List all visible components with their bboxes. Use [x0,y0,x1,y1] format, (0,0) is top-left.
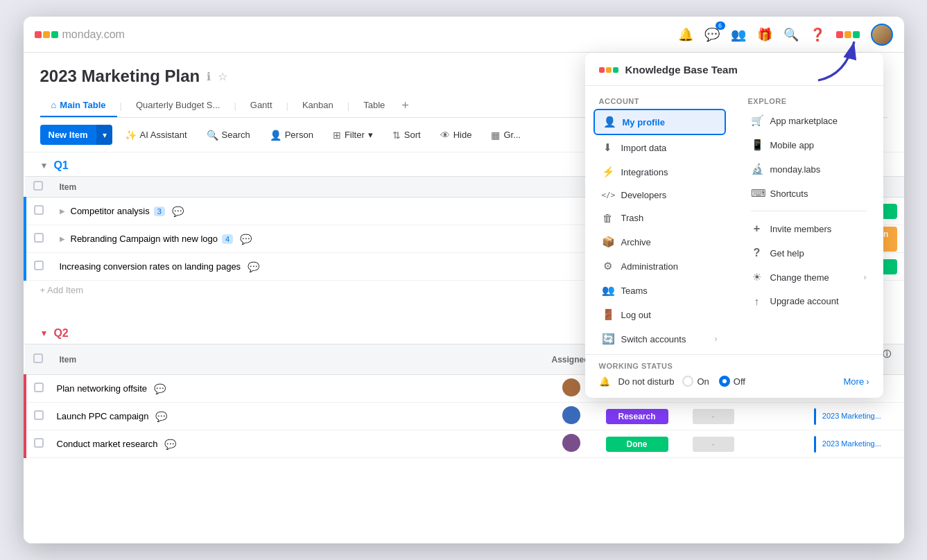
filter-button[interactable]: ⊞ Filter ▾ [326,125,380,145]
dnd-on-option[interactable]: On [682,376,709,387]
link-bar [814,436,816,453]
q2-toggle[interactable]: ▼ [40,329,49,338]
switch-accounts-item[interactable]: 🔄 Switch accounts › [594,327,726,351]
hide-icon: 👁 [440,130,450,141]
teams-item[interactable]: 👥 Teams [594,279,726,302]
sort-icon: ⇅ [392,130,401,141]
info-icon[interactable]: ℹ [207,70,211,83]
search-button[interactable]: 🔍 Search [200,125,257,145]
mobile-icon: 📱 [751,139,763,151]
change-theme-item[interactable]: ☀ Change theme › [743,265,875,289]
person-filter-button[interactable]: 👤 Person [263,125,320,145]
timeline-dash: - [693,409,734,424]
chat-icon[interactable]: 💬 [154,383,166,394]
search-icon[interactable]: 🔍 [783,27,799,42]
app-marketplace-item[interactable]: 🛒 App marketplace [743,109,875,132]
monday-labs-item[interactable]: 🔬 monday.labs [743,157,875,181]
table-row: Conduct market research 💬 Done - [25,430,904,458]
new-item-button[interactable]: New Item [40,125,96,145]
archive-icon: 📦 [602,236,614,248]
star-icon[interactable]: ☆ [218,70,227,83]
theme-icon: ☀ [751,271,763,283]
tab-kanban[interactable]: Kanban [291,94,345,117]
sort-button[interactable]: ⇅ Sort [385,125,428,145]
upgrade-account-item[interactable]: ↑ Upgrade account [743,290,875,313]
invite-members-item[interactable]: + Invite members [743,217,875,240]
assignee-avatar [562,378,580,396]
q2-title: Q2 [53,327,68,340]
chat-icon[interactable]: 💬 [248,261,259,272]
developers-item[interactable]: </> Developers [594,184,726,206]
dropdown-columns: Account 👤 My profile ⬇ Import data ⚡ Int… [585,86,883,351]
row-checkbox[interactable] [34,233,44,243]
administration-item[interactable]: ⚙ Administration [594,254,726,278]
gift-icon[interactable]: 🎁 [757,27,772,42]
row-checkbox[interactable] [34,205,44,215]
mobile-app-item[interactable]: 📱 Mobile app [743,133,875,157]
import-icon: ⬇ [602,141,614,154]
q1-toggle[interactable]: ▼ [40,161,49,170]
notification-bell[interactable]: 🔔 [678,27,693,42]
dnd-off-radio[interactable] [719,376,730,387]
user-avatar[interactable] [871,24,893,46]
chat-icon[interactable]: 💬 [164,439,176,450]
teams-icon: 👥 [602,284,614,297]
account-col-label: Account [591,93,729,108]
assignee-avatar [562,406,580,424]
tab-main-table[interactable]: ⌂ Main Table [40,94,117,117]
row-checkbox[interactable] [34,383,44,392]
account-dropdown: Knowledge Base Team Account 👤 My profile… [585,53,883,398]
header-checkbox[interactable] [33,181,43,191]
top-bar-left: monday.com [35,28,125,41]
header-checkbox[interactable] [33,353,43,363]
ai-assistant-button[interactable]: ✨ AI Assistant [118,125,194,145]
dnd-off-option[interactable]: Off [719,376,745,387]
marketplace-icon: 🛒 [751,114,763,127]
link-text[interactable]: 2023 Marketing... [822,439,881,448]
row-checkbox[interactable] [34,261,44,270]
more-button[interactable]: More › [844,376,869,387]
chat-icon[interactable]: 💬 [155,411,167,422]
my-profile-item[interactable]: 👤 My profile [594,109,726,135]
new-item-dropdown-arrow[interactable]: ▾ [96,125,112,145]
monday-logo[interactable]: monday.com [35,28,125,41]
tab-gantt[interactable]: Gantt [239,94,284,117]
dropdown-header: Knowledge Base Team [585,64,883,86]
switch-icon: 🔄 [602,333,614,345]
shortcuts-item[interactable]: ⌨ Shortcuts [743,182,875,205]
logout-item[interactable]: 🚪 Log out [594,303,726,326]
integrations-item[interactable]: ⚡ Integrations [594,160,726,184]
group-button[interactable]: ▦ Gr... [484,125,528,145]
ai-icon: ✨ [125,130,137,141]
link-text[interactable]: 2023 Marketing... [822,412,881,420]
expand-btn[interactable]: ▶ [57,235,68,243]
trash-icon: 🗑 [602,212,614,224]
get-help-item[interactable]: ? Get help [743,241,875,265]
upgrade-icon: ↑ [751,295,763,307]
tab-add-button[interactable]: + [396,96,415,116]
row-checkbox[interactable] [34,410,44,420]
logo-sq-orange [43,31,50,38]
chat-icon[interactable]: 💬 [172,206,184,217]
invite-people-icon[interactable]: 👥 [731,27,746,42]
chat-icon[interactable]: 💬 [240,234,252,245]
row-checkbox[interactable] [34,438,44,448]
item-cell: Plan networking offsite 💬 [51,383,544,394]
table-row: Launch PPC campaign 💬 Research - [25,403,904,430]
group-icon: ▦ [491,130,500,141]
import-data-item[interactable]: ⬇ Import data [594,136,726,159]
link-bar [814,408,816,425]
hide-button[interactable]: 👁 Hide [433,125,479,145]
dnd-on-radio[interactable] [682,376,693,387]
tab-quarterly[interactable]: Quarterly Budget S... [125,94,231,117]
expand-btn[interactable]: ▶ [57,207,68,215]
help-icon[interactable]: ❓ [810,27,825,42]
messages-icon[interactable]: 💬 6 [704,27,720,42]
archive-item[interactable]: 📦 Archive [594,230,726,254]
item-cell: Conduct market research 💬 [51,439,544,450]
top-bar: monday.com 🔔 💬 6 👥 🎁 🔍 ❓ [24,17,904,53]
trash-item[interactable]: 🗑 Trash [594,207,726,229]
tab-table[interactable]: Table [352,94,396,117]
monday-icon[interactable] [836,31,860,38]
logo-squares [35,31,58,38]
